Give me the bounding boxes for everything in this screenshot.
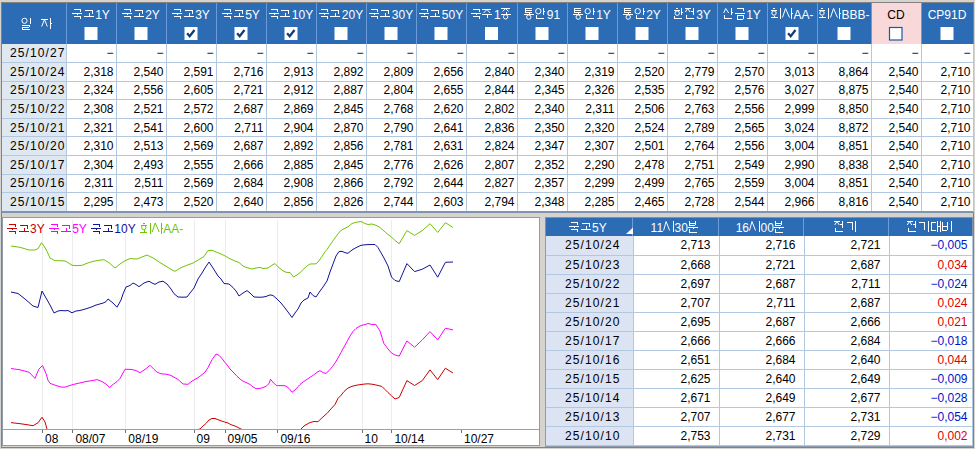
svg-text:08/07: 08/07 (75, 432, 105, 446)
svg-text:09/16: 09/16 (280, 432, 310, 446)
svg-text:08: 08 (45, 432, 59, 446)
svg-text:1Y: 1Y (596, 8, 611, 22)
svg-text:91: 91 (547, 8, 561, 22)
svg-text:2Y: 2Y (646, 8, 661, 22)
svg-text:5Y: 5Y (72, 222, 87, 236)
svg-text:2Y: 2Y (145, 8, 160, 22)
svg-text:AA-: AA- (163, 222, 183, 236)
svg-text:3Y: 3Y (696, 8, 711, 22)
svg-text:BBB-: BBB- (842, 8, 870, 22)
svg-text:10/14: 10/14 (394, 432, 424, 446)
svg-text:50Y: 50Y (442, 8, 463, 22)
svg-text:09: 09 (197, 432, 211, 446)
svg-text:30Y: 30Y (392, 8, 413, 22)
svg-text:1Y: 1Y (746, 8, 761, 22)
svg-text:20Y: 20Y (342, 8, 363, 22)
svg-text:3Y: 3Y (195, 8, 210, 22)
svg-text:10Y: 10Y (292, 8, 313, 22)
svg-text:09/05: 09/05 (228, 432, 258, 446)
svg-text:5Y: 5Y (245, 8, 260, 22)
svg-text:1Y: 1Y (95, 8, 110, 22)
svg-text:10Y: 10Y (114, 222, 135, 236)
svg-text:CD: CD (887, 8, 905, 22)
svg-text:10/27: 10/27 (464, 432, 494, 446)
svg-text:08/19: 08/19 (128, 432, 158, 446)
svg-text:1: 1 (494, 8, 501, 22)
svg-text:10: 10 (365, 432, 379, 446)
svg-text:AA-: AA- (794, 8, 814, 22)
svg-text:CP91D: CP91D (928, 8, 967, 22)
svg-text:3Y: 3Y (30, 222, 45, 236)
